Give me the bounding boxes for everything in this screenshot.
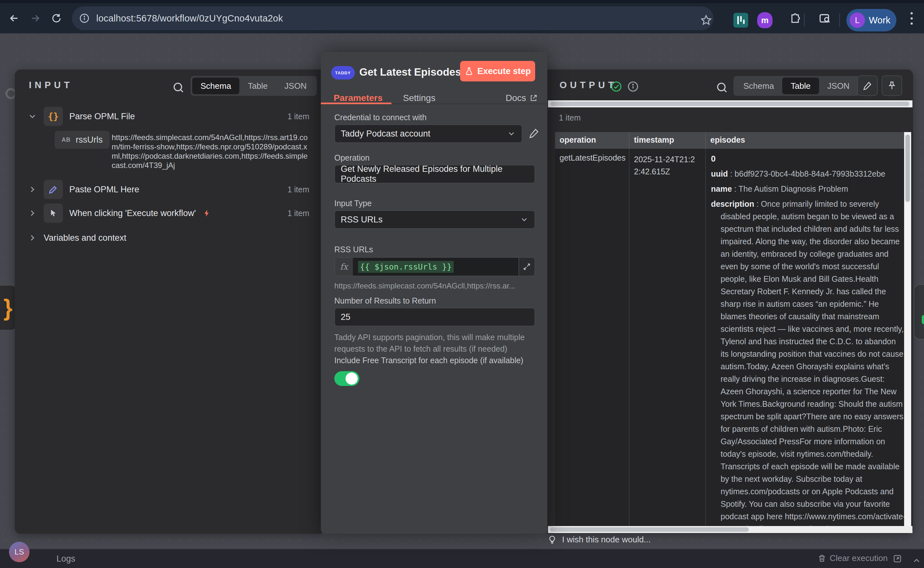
column-header-operation[interactable]: operation bbox=[555, 132, 630, 149]
output-tab-table[interactable]: Table bbox=[782, 77, 819, 94]
url-text[interactable]: localhost:5678/workflow/0zUYgCno4vuta2ok bbox=[96, 13, 283, 24]
rss-urls-expression-field[interactable]: fx {{ $json.rssUrls }} bbox=[334, 257, 535, 276]
code-node-icon: {} bbox=[44, 107, 63, 126]
clear-execution-button[interactable]: Clear execution bbox=[818, 553, 888, 563]
tab-settings[interactable]: Settings bbox=[403, 93, 435, 103]
column-header-timestamp[interactable]: timestamp bbox=[630, 132, 706, 149]
profile-avatar: L bbox=[850, 12, 865, 28]
output-tab-json[interactable]: JSON bbox=[819, 77, 858, 94]
browser-back-icon[interactable] bbox=[7, 11, 21, 25]
browser-forward-icon[interactable] bbox=[28, 11, 42, 25]
input-tab-table[interactable]: Table bbox=[239, 77, 276, 94]
lightning-bolt-icon bbox=[203, 209, 211, 218]
results-count-label: Number of Results to Return bbox=[334, 296, 436, 305]
lightbulb-icon bbox=[547, 535, 557, 545]
input-panel: INPUT Schema Table JSON {} Parse OPML Fi… bbox=[15, 69, 322, 534]
pin-data-button[interactable] bbox=[882, 76, 902, 96]
scrollbar-thumb[interactable] bbox=[551, 101, 909, 106]
schema-field-rssurls[interactable]: AB rssUrls bbox=[55, 131, 110, 149]
logs-panel-toggle[interactable]: Logs bbox=[56, 554, 76, 564]
node-feedback-prompt[interactable]: I wish this node would... bbox=[547, 535, 651, 545]
tab-search-icon[interactable] bbox=[818, 12, 832, 26]
operation-label: Operation bbox=[334, 153, 370, 163]
rss-urls-label: RSS URLs bbox=[334, 245, 373, 254]
input-tab-schema[interactable]: Schema bbox=[192, 77, 239, 94]
pop-out-icon bbox=[892, 554, 902, 563]
cell-timestamp: 2025-11-24T21:22:42.615Z bbox=[630, 149, 706, 526]
green-bar-icon bbox=[922, 315, 924, 324]
node-row-label: Parse OPML File bbox=[69, 112, 135, 121]
chevron-right-icon[interactable] bbox=[27, 208, 37, 218]
results-hint-text: Taddy API supports pagination, this will… bbox=[334, 331, 533, 355]
browser-reload-icon[interactable] bbox=[49, 11, 64, 25]
node-row-label: Paste OPML Here bbox=[69, 184, 139, 195]
input-type-value: RSS URLs bbox=[341, 215, 383, 225]
user-avatar[interactable]: LS bbox=[9, 542, 30, 562]
clear-execution-label: Clear execution bbox=[830, 553, 888, 563]
site-info-icon[interactable] bbox=[79, 13, 90, 24]
extension-icon-purple[interactable]: m bbox=[757, 12, 773, 28]
output-panel-title: OUTPUT bbox=[559, 80, 617, 91]
pop-out-logs-icon[interactable] bbox=[892, 554, 902, 563]
address-bar[interactable]: localhost:5678/workflow/0zUYgCno4vuta2ok bbox=[72, 6, 713, 30]
output-tab-schema[interactable]: Schema bbox=[735, 77, 782, 94]
operation-value: Get Newly Released Episodes for Multiple… bbox=[341, 164, 529, 184]
execute-step-button[interactable]: Execute step bbox=[460, 61, 535, 82]
results-count-input[interactable]: 25 bbox=[334, 308, 535, 326]
pencil-icon bbox=[863, 81, 872, 91]
expression-code[interactable]: {{ $json.rssUrls }} bbox=[358, 261, 454, 273]
input-row-variables-context[interactable]: Variables and context bbox=[27, 228, 309, 248]
output-vertical-scrollbar[interactable] bbox=[904, 132, 911, 526]
browser-profile-button[interactable]: L Work bbox=[846, 9, 897, 32]
output-display-mode-tabs: Schema Table JSON bbox=[733, 76, 859, 96]
edit-output-button[interactable] bbox=[857, 76, 878, 96]
toolbar-divider bbox=[804, 14, 805, 27]
extension-icon-teal[interactable] bbox=[733, 13, 748, 27]
input-type-label: Input Type bbox=[334, 199, 371, 208]
expression-result-preview: https://feeds.simplecast.com/54nAGcll,ht… bbox=[334, 281, 536, 290]
output-horizontal-scrollbar-top[interactable] bbox=[548, 100, 912, 107]
pin-icon bbox=[887, 81, 897, 91]
variables-context-label: Variables and context bbox=[44, 233, 126, 243]
episode-description: description : Once primarily limited to … bbox=[710, 198, 906, 526]
execute-step-label: Execute step bbox=[477, 66, 531, 76]
browser-menu-icon[interactable] bbox=[910, 12, 914, 25]
output-node-edge-icon[interactable] bbox=[914, 284, 924, 340]
scrollbar-thumb[interactable] bbox=[905, 134, 910, 202]
credential-select[interactable]: Taddy Podcast account bbox=[334, 124, 522, 143]
collapse-logs-icon[interactable] bbox=[912, 556, 921, 565]
chevron-down-icon[interactable] bbox=[27, 112, 37, 121]
output-search-icon[interactable] bbox=[715, 81, 728, 94]
input-type-select[interactable]: RSS URLs bbox=[334, 210, 535, 229]
tab-parameters[interactable]: Parameters bbox=[334, 93, 383, 103]
results-count-value: 25 bbox=[341, 312, 350, 322]
tab-docs[interactable]: Docs bbox=[506, 93, 538, 103]
input-node-row-paste-opml[interactable]: Paste OPML Here 1 item bbox=[27, 180, 309, 199]
column-header-episodes[interactable]: episodes bbox=[706, 132, 910, 149]
credential-value: Taddy Podcast account bbox=[341, 129, 430, 139]
profile-name: Work bbox=[869, 15, 890, 26]
cursor-icon bbox=[49, 208, 58, 218]
extensions-puzzle-icon[interactable] bbox=[789, 12, 803, 26]
chevron-right-icon[interactable] bbox=[27, 184, 37, 194]
scrollbar-thumb[interactable] bbox=[550, 527, 749, 532]
input-tab-json[interactable]: JSON bbox=[276, 77, 315, 94]
edit-credential-pencil-icon[interactable] bbox=[529, 128, 540, 139]
input-node-row-parse-opml[interactable]: {} Parse OPML File 1 item bbox=[27, 107, 309, 126]
episode-name: name : The Autism Diagnosis Problem bbox=[710, 183, 906, 195]
edit-fields-node-icon bbox=[44, 180, 63, 199]
taddy-node-icon: TADDY bbox=[331, 66, 355, 80]
expand-expression-button[interactable] bbox=[518, 258, 535, 276]
node-feedback-text: I wish this node would... bbox=[562, 535, 651, 545]
info-icon[interactable] bbox=[627, 80, 639, 93]
node-title: Get Latest Episodes bbox=[359, 66, 461, 78]
screen: localhost:5678/workflow/0zUYgCno4vuta2ok… bbox=[0, 0, 924, 568]
input-node-row-manual-trigger[interactable]: When clicking 'Execute workflow' 1 item bbox=[27, 204, 309, 223]
input-search-icon[interactable] bbox=[172, 81, 185, 94]
operation-select[interactable]: Get Newly Released Episodes for Multiple… bbox=[334, 165, 535, 183]
bookmark-star-icon[interactable] bbox=[700, 14, 712, 26]
transcript-toggle[interactable] bbox=[334, 371, 359, 386]
output-horizontal-scrollbar-bottom[interactable] bbox=[548, 526, 912, 533]
toggle-knob bbox=[345, 373, 358, 385]
chevron-right-icon[interactable] bbox=[27, 233, 37, 243]
